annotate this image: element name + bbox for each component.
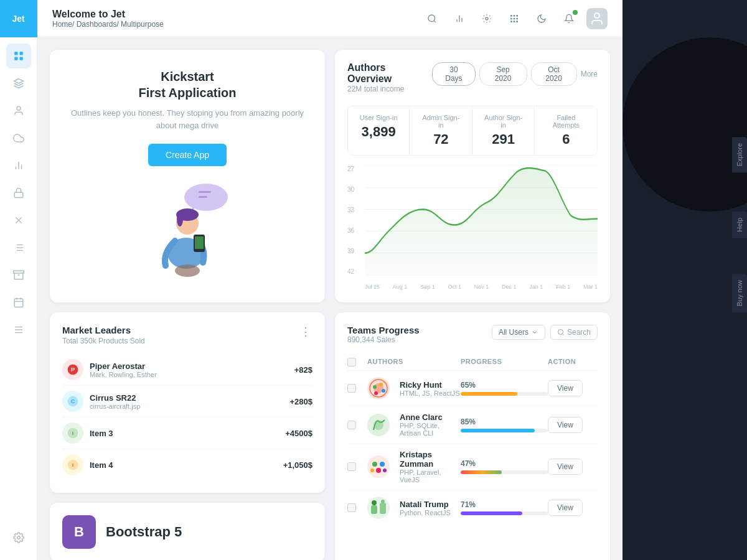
author-name-0: Ricky Hunt bbox=[400, 380, 460, 390]
help-tab[interactable]: Help bbox=[732, 212, 747, 238]
svg-rect-37 bbox=[514, 17, 515, 19]
market-item-2: I Item 3 +4500$ bbox=[62, 418, 312, 449]
view-button-2[interactable]: View bbox=[548, 459, 583, 475]
buynow-tab[interactable]: Buy now bbox=[732, 274, 747, 312]
analytics-button[interactable] bbox=[449, 9, 469, 29]
col-authors: AUTHORS bbox=[367, 358, 461, 366]
stat-value-3: 6 bbox=[545, 131, 587, 147]
progress-pct-0: 65% bbox=[461, 381, 548, 390]
author-cell-1: Anne Clarc PHP, SQLite, Artisan CLI bbox=[367, 413, 461, 437]
author-name-2: Kristaps Zumman bbox=[400, 450, 461, 469]
market-title: Market Leaders bbox=[62, 325, 145, 335]
svg-text:C: C bbox=[71, 398, 75, 404]
search-button[interactable] bbox=[422, 9, 442, 29]
team-row-3: Natali Trump Python, ReactJS 71% View bbox=[347, 490, 598, 525]
explore-tab[interactable]: Explore bbox=[732, 137, 747, 172]
panel-blob bbox=[622, 37, 747, 212]
svg-point-32 bbox=[486, 17, 488, 20]
bootstrap-card: B Bootstrap 5 bbox=[50, 503, 325, 560]
user-avatar[interactable] bbox=[586, 8, 608, 29]
y-label-30: 30 bbox=[347, 186, 357, 193]
progress-bar-bg-0 bbox=[461, 392, 548, 396]
market-name-3: Item 4 bbox=[90, 460, 277, 470]
sidebar-nav bbox=[6, 37, 31, 525]
author-name-1: Anne Clarc bbox=[400, 413, 461, 422]
market-name-2: Item 3 bbox=[90, 429, 279, 438]
progress-bar-bg-1 bbox=[461, 429, 548, 432]
breadcrumb-multipurpose[interactable]: Multipurpose bbox=[121, 20, 164, 29]
view-button-0[interactable]: View bbox=[548, 380, 583, 396]
svg-rect-41 bbox=[516, 21, 518, 22]
chart-y-labels: 42 39 36 33 30 27 bbox=[347, 166, 362, 275]
teams-search-label: Search bbox=[567, 328, 591, 337]
market-logo-3: I bbox=[62, 454, 83, 475]
sidebar-item-user[interactable] bbox=[6, 98, 31, 123]
svg-rect-45 bbox=[199, 191, 211, 193]
sidebar-item-list[interactable] bbox=[6, 235, 31, 260]
apps-button[interactable] bbox=[504, 9, 524, 29]
teams-subtitle: 890,344 Sales bbox=[347, 335, 420, 344]
row-check-3 bbox=[347, 503, 367, 512]
row-checkbox-1[interactable] bbox=[347, 421, 356, 429]
author-info-1: Anne Clarc PHP, SQLite, Artisan CLI bbox=[395, 413, 461, 437]
period-more[interactable]: More bbox=[581, 70, 598, 78]
sidebar-item-close[interactable] bbox=[6, 208, 31, 233]
market-logo-2: I bbox=[62, 422, 83, 444]
view-button-3[interactable]: View bbox=[548, 500, 583, 516]
notification-button[interactable] bbox=[559, 9, 579, 29]
teams-filter-select[interactable]: All Users bbox=[492, 325, 545, 340]
teams-search[interactable]: Search bbox=[550, 325, 598, 340]
row-checkbox-0[interactable] bbox=[347, 384, 356, 393]
sidebar-item-layers[interactable] bbox=[6, 71, 31, 96]
svg-point-87 bbox=[367, 497, 390, 519]
svg-point-42 bbox=[594, 13, 599, 18]
stat-label-2: Author Sign-in bbox=[483, 114, 524, 129]
teams-header: Teams Progress 890,344 Sales All Users S… bbox=[347, 325, 598, 352]
create-app-button[interactable]: Create App bbox=[148, 144, 227, 166]
author-cell-2: Kristaps Zumman PHP, Laravel, VueJS bbox=[367, 450, 461, 483]
market-item-1: C Cirrus SR22 cirrus-aircraft.jsp +280$ bbox=[62, 386, 312, 418]
breadcrumb-home[interactable]: Home/ bbox=[52, 20, 74, 29]
svg-rect-3 bbox=[19, 57, 22, 60]
view-button-1[interactable]: View bbox=[548, 417, 583, 433]
header-checkbox[interactable] bbox=[347, 358, 356, 366]
settings-button[interactable] bbox=[477, 9, 497, 29]
x-label: Oct 1 bbox=[448, 284, 461, 290]
author-skills-3: Python, ReactJS bbox=[400, 509, 451, 516]
dark-mode-button[interactable] bbox=[532, 9, 552, 29]
sidebar-item-chart[interactable] bbox=[6, 153, 31, 178]
market-options[interactable]: ⋮ bbox=[300, 325, 312, 338]
teams-filter-label: All Users bbox=[499, 328, 529, 337]
kickstart-card: KickstartFirst Application Outlines keep… bbox=[50, 50, 325, 302]
sidebar-item-tool[interactable] bbox=[6, 317, 31, 342]
teams-title: Teams Progress bbox=[347, 325, 420, 335]
teams-progress-card: Teams Progress 890,344 Sales All Users S… bbox=[335, 312, 610, 560]
svg-rect-0 bbox=[14, 52, 17, 55]
sidebar-item-cloud[interactable] bbox=[6, 126, 31, 151]
sidebar-item-grid[interactable] bbox=[6, 44, 31, 68]
market-info-0: Piper Aerostar Mark, Rowling, Esther bbox=[90, 362, 288, 378]
sidebar-settings[interactable] bbox=[6, 525, 31, 560]
period-sep2020[interactable]: Sep 2020 bbox=[479, 62, 527, 86]
row-checkbox-3[interactable] bbox=[347, 503, 356, 512]
progress-bar-fill-1 bbox=[461, 429, 535, 432]
settings-icon[interactable] bbox=[6, 525, 31, 550]
sidebar-item-lock[interactable] bbox=[6, 180, 31, 205]
x-label: Dec 1 bbox=[502, 284, 517, 290]
period-oct2020[interactable]: Oct 2020 bbox=[531, 62, 577, 86]
sidebar-item-box[interactable] bbox=[6, 263, 31, 287]
market-item-3: I Item 4 +1,050$ bbox=[62, 449, 312, 480]
row-checkbox-2[interactable] bbox=[347, 462, 356, 471]
breadcrumb-dashboards[interactable]: Dashboards/ bbox=[77, 20, 119, 29]
sidebar-item-calendar[interactable] bbox=[6, 290, 31, 315]
x-label: Mar 1 bbox=[583, 284, 598, 290]
author-avatar-0 bbox=[367, 377, 390, 399]
period-30days[interactable]: 30 Days bbox=[432, 62, 476, 86]
header-actions bbox=[422, 8, 608, 29]
sidebar-logo[interactable]: Jet bbox=[0, 0, 37, 37]
col-check bbox=[347, 358, 367, 366]
market-leaders-card: Market Leaders Total 350k Products Sold … bbox=[50, 312, 325, 493]
row-check-1 bbox=[347, 421, 367, 429]
row-check-2 bbox=[347, 462, 367, 471]
svg-point-86 bbox=[383, 469, 387, 472]
